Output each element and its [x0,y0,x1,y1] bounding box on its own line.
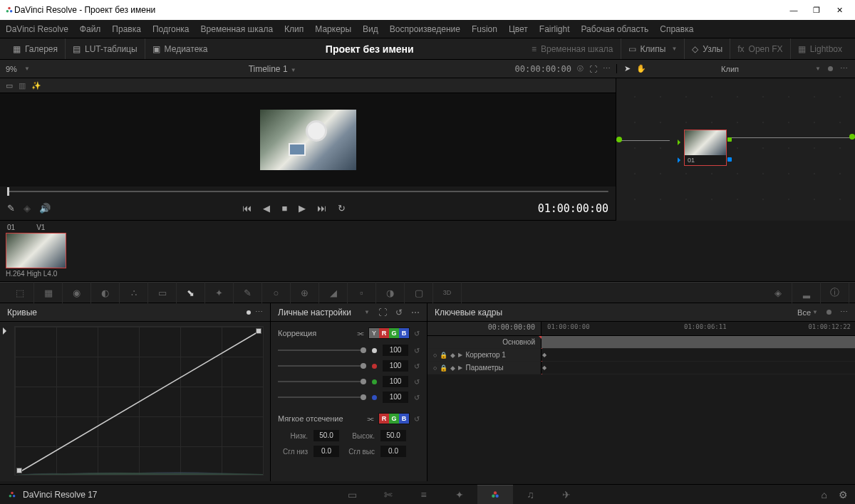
gallery-button[interactable]: ▦Галерея [6,38,65,59]
window-icon[interactable]: ○ [262,282,291,303]
wheels-icon[interactable]: ◉ [63,282,91,303]
reset-icon[interactable]: ↺ [414,378,420,386]
color-match-icon[interactable]: ▦ [34,282,63,303]
hdr-icon[interactable]: ◐ [91,282,120,303]
reset-icon[interactable]: ↺ [414,362,420,370]
curves-body[interactable] [0,322,270,480]
minimize-button[interactable]: — [788,4,799,16]
curve-point-high[interactable] [256,328,261,334]
curves-icon[interactable]: ⬊ [177,282,205,303]
warper-icon[interactable]: ✦ [205,282,234,303]
slider-b[interactable] [278,397,366,398]
hs-value[interactable]: 0.0 [380,446,406,457]
menu-playback[interactable]: Воспроизведение [390,24,460,34]
keyframe-ruler[interactable]: 00:00:00:00 01:00:00:00 01:00:06:11 01:0… [428,322,855,336]
nodes-button[interactable]: ◇Узлы [684,38,730,59]
value-b[interactable]: 100 [383,392,408,403]
curves-mode[interactable]: Личные настройки [278,308,358,317]
menu-view[interactable]: Вид [363,24,378,34]
layers-icon[interactable]: ◈ [24,203,31,214]
reset-icon[interactable]: ↺ [414,415,420,423]
viewer-timecode[interactable]: 00:00:00:00 [515,64,571,74]
page-cut[interactable]: ✄ [370,485,406,505]
options-icon[interactable]: ⋯ [411,308,420,317]
viewer-ruler[interactable] [0,187,616,196]
maximize-button[interactable]: ❐ [811,4,822,16]
luts-button[interactable]: ▤LUT-таблицы [65,38,145,59]
menu-trim[interactable]: Подгонка [152,24,190,34]
chevron-down-icon[interactable]: ▼ [364,309,370,315]
play-icon[interactable]: ▶ [299,203,306,214]
expand-triangle-icon[interactable] [3,327,10,335]
channel-g[interactable]: G [389,328,399,338]
menu-help[interactable]: Справка [660,24,693,34]
audio-icon[interactable]: 🔊 [39,203,51,214]
prev-icon[interactable]: ◀ [263,203,270,214]
camera-raw-icon[interactable]: ⬚ [6,282,34,303]
home-icon[interactable]: ⌂ [822,489,827,500]
keyframe-mode-icon[interactable]: ○ [433,364,437,372]
jump-end-icon[interactable]: ⏭ [317,203,326,214]
menu-workspace[interactable]: Рабочая область [581,24,649,34]
overlay-icon[interactable]: ▭ [6,81,13,90]
keyframes-icon[interactable]: ◈ [764,282,792,303]
picker-icon[interactable]: ✎ [7,203,15,214]
node-graph[interactable]: 01 [616,78,855,221]
reset-icon[interactable]: ↺ [414,347,420,355]
chevron-down-icon[interactable]: ▼ [24,65,30,72]
curves-options-icon[interactable]: ⋯ [255,308,263,317]
info-icon[interactable]: ⓘ [821,282,849,303]
kf-corrector-track[interactable]: ◆ [542,349,855,361]
jump-start-icon[interactable]: ⏮ [242,203,252,214]
softclip-r[interactable]: R [379,414,389,424]
expand-icon[interactable]: ▶ [458,352,462,358]
diamond-icon[interactable]: ◆ [450,364,455,372]
node-output-green[interactable] [727,137,732,142]
node-clip-label[interactable]: Клип [646,65,814,73]
value-g[interactable]: 100 [383,376,408,387]
lightbox-button[interactable]: ▦Lightbox [790,38,849,59]
keyframes-filter[interactable]: Все [797,308,811,317]
value-r[interactable]: 100 [383,360,408,372]
link-icon[interactable]: ⫘ [356,329,364,337]
kf-master-track[interactable] [542,336,855,348]
motion-icon[interactable]: ▭ [148,282,177,303]
menu-fusion[interactable]: Fusion [472,24,497,34]
timeline-name[interactable]: Timeline 1 [249,64,288,74]
expand-icon[interactable]: ⛶ [378,308,387,317]
menu-color[interactable]: Цвет [509,24,528,34]
blur-icon[interactable]: ▫ [348,282,376,303]
page-edit[interactable]: ≡ [406,485,442,505]
menu-fairlight[interactable]: Fairlight [539,24,570,34]
reset-icon[interactable]: ↺ [395,308,403,317]
value-y[interactable]: 100 [383,345,408,356]
clip-item[interactable]: 01V1 H.264 High L4.0 [6,224,66,278]
page-fusion[interactable]: ✦ [442,485,477,505]
hand-icon[interactable]: ✋ [636,64,646,73]
lock-icon[interactable]: 🔒 [440,352,447,359]
diamond-icon[interactable]: ◆ [450,352,455,359]
bypass-icon[interactable]: ⦾ [577,64,584,73]
page-color[interactable] [477,485,513,505]
rgb-mixer-icon[interactable]: ∴ [120,282,148,303]
chevron-down-icon[interactable]: ▼ [289,67,296,73]
clips-button[interactable]: ▭Клипы▼ [621,38,685,59]
tracker-icon[interactable]: ⊕ [291,282,319,303]
page-media[interactable]: ▭ [335,485,370,505]
softclip-g[interactable]: G [389,414,399,424]
openfx-button[interactable]: fxOpen FX [730,38,789,59]
3d-icon[interactable]: 3D [433,282,462,303]
wand-icon[interactable]: ✨ [31,81,41,90]
qualifier-icon[interactable]: ✎ [234,282,262,303]
magic-mask-icon[interactable]: ◢ [319,282,348,303]
kf-row-params[interactable]: ○🔒◆▶Параметры ◆ [428,362,855,374]
reset-icon[interactable]: ↺ [414,394,420,401]
media-button[interactable]: ▣Медиатека [145,38,215,59]
page-fairlight[interactable]: ♫ [513,485,549,505]
node-options-icon[interactable]: ⋯ [840,64,848,73]
link-icon[interactable]: ⫘ [366,414,374,423]
menu-edit[interactable]: Правка [112,24,141,34]
menu-davinci[interactable]: DaVinci Resolve [6,24,68,34]
key-icon[interactable]: ◑ [376,282,405,303]
scopes-icon[interactable]: ▂ [792,282,821,303]
